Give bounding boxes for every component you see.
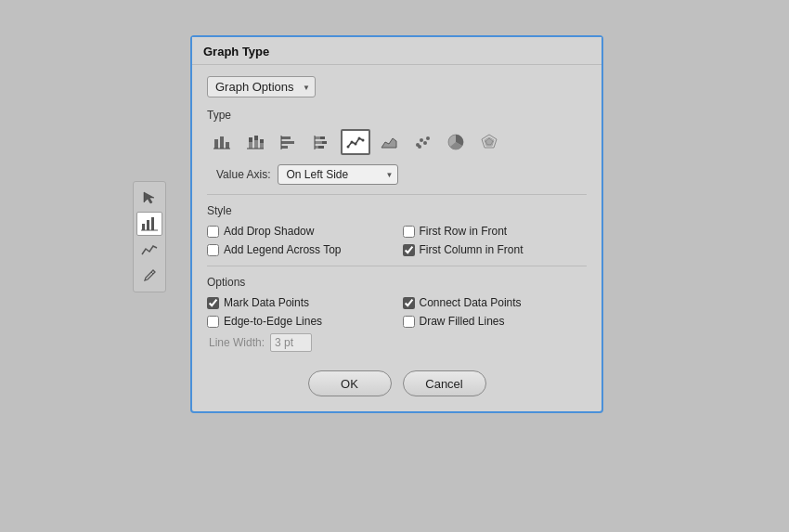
connect-data-points-label: Connect Data Points xyxy=(420,296,522,309)
line-width-row: Line Width: xyxy=(209,333,587,352)
svg-point-31 xyxy=(362,139,365,142)
type-label: Type xyxy=(207,109,587,122)
divider-2 xyxy=(207,266,587,266)
horizontal-bar-chart-icon[interactable] xyxy=(274,129,304,155)
add-legend-across-top-input[interactable] xyxy=(207,244,219,256)
pen-tool[interactable] xyxy=(136,264,162,288)
sidebar-tools xyxy=(133,181,166,292)
svg-rect-24 xyxy=(315,146,318,149)
style-section: Style Add Drop Shadow First Row in Front… xyxy=(207,204,587,256)
draw-filled-lines-label: Draw Filled Lines xyxy=(420,315,505,328)
add-drop-shadow-checkbox[interactable]: Add Drop Shadow xyxy=(207,225,392,238)
connect-data-points-checkbox[interactable]: Connect Data Points xyxy=(403,296,588,309)
svg-point-30 xyxy=(358,137,361,140)
svg-rect-0 xyxy=(142,224,145,230)
stacked-bar-chart-icon[interactable] xyxy=(240,129,270,155)
add-legend-across-top-label: Add Legend Across Top xyxy=(224,243,342,256)
line-chart-tool[interactable] xyxy=(136,238,162,262)
svg-point-28 xyxy=(351,141,354,144)
mark-data-points-checkbox[interactable]: Mark Data Points xyxy=(207,296,392,309)
svg-point-29 xyxy=(355,143,357,146)
first-column-in-front-checkbox[interactable]: First Column in Front xyxy=(403,243,588,256)
radar-chart-icon[interactable] xyxy=(474,129,504,155)
svg-point-36 xyxy=(426,136,430,140)
options-section: Options Mark Data Points Connect Data Po… xyxy=(207,276,587,352)
line-chart-icon[interactable] xyxy=(341,129,370,155)
svg-rect-10 xyxy=(249,137,252,142)
value-axis-row: Value Axis: On Left Side On Right Side O… xyxy=(216,164,587,185)
first-column-in-front-input[interactable] xyxy=(403,244,415,256)
scatter-chart-icon[interactable] xyxy=(407,129,437,155)
first-row-in-front-input[interactable] xyxy=(403,226,415,238)
value-axis-dropdown-wrapper: On Left Side On Right Side On Both Sides xyxy=(278,164,398,185)
svg-point-35 xyxy=(423,141,427,145)
draw-filled-lines-checkbox[interactable]: Draw Filled Lines xyxy=(403,315,588,328)
svg-rect-14 xyxy=(260,139,264,143)
arrow-tool[interactable] xyxy=(136,186,162,210)
type-icons-row xyxy=(207,129,587,155)
mark-data-points-input[interactable] xyxy=(207,297,219,309)
svg-marker-32 xyxy=(382,138,396,148)
first-column-in-front-label: First Column in Front xyxy=(420,243,524,256)
svg-rect-9 xyxy=(249,142,252,149)
svg-line-4 xyxy=(151,272,153,274)
value-axis-label: Value Axis: xyxy=(216,168,270,181)
options-label: Options xyxy=(207,276,587,289)
svg-rect-13 xyxy=(260,143,264,149)
svg-rect-20 xyxy=(315,136,320,139)
style-label: Style xyxy=(207,204,587,217)
svg-rect-23 xyxy=(322,141,327,144)
edge-to-edge-lines-label: Edge-to-Edge Lines xyxy=(224,315,322,328)
svg-point-34 xyxy=(420,138,423,142)
svg-point-37 xyxy=(418,145,421,149)
edge-to-edge-lines-input[interactable] xyxy=(207,316,219,328)
divider-1 xyxy=(207,194,587,195)
svg-rect-5 xyxy=(214,139,218,149)
ok-button[interactable]: OK xyxy=(308,370,392,396)
bar-chart-icon[interactable] xyxy=(207,129,237,155)
cancel-button[interactable]: Cancel xyxy=(403,370,486,396)
svg-rect-16 xyxy=(281,136,291,139)
pie-chart-icon[interactable] xyxy=(441,129,471,155)
stacked-horizontal-bar-chart-icon[interactable] xyxy=(307,129,337,155)
type-section: Type xyxy=(207,109,587,185)
svg-rect-25 xyxy=(318,146,324,149)
dialog-buttons: OK Cancel xyxy=(207,370,587,396)
options-checkboxes: Mark Data Points Connect Data Points Edg… xyxy=(207,296,587,328)
svg-rect-7 xyxy=(226,142,229,149)
mark-data-points-label: Mark Data Points xyxy=(224,296,309,309)
connect-data-points-input[interactable] xyxy=(403,297,415,309)
line-width-label: Line Width: xyxy=(209,336,265,349)
dialog-title: Graph Type xyxy=(192,37,601,65)
svg-rect-12 xyxy=(254,136,258,140)
add-drop-shadow-input[interactable] xyxy=(207,226,219,238)
add-drop-shadow-label: Add Drop Shadow xyxy=(224,225,314,238)
svg-rect-2 xyxy=(151,217,154,230)
area-chart-icon[interactable] xyxy=(374,129,404,155)
graph-type-dialog: Graph Type Graph Options Type xyxy=(190,35,603,413)
edge-to-edge-lines-checkbox[interactable]: Edge-to-Edge Lines xyxy=(207,315,392,328)
first-row-in-front-checkbox[interactable]: First Row in Front xyxy=(403,225,588,238)
svg-rect-21 xyxy=(320,136,325,139)
svg-rect-22 xyxy=(315,141,322,144)
svg-rect-1 xyxy=(147,220,149,230)
svg-rect-18 xyxy=(281,146,288,149)
style-checkboxes: Add Drop Shadow First Row in Front Add L… xyxy=(207,225,587,256)
draw-filled-lines-input[interactable] xyxy=(403,316,415,328)
svg-rect-11 xyxy=(254,140,258,149)
graph-options-dropdown-wrapper: Graph Options xyxy=(207,76,316,97)
line-width-input[interactable] xyxy=(270,333,312,352)
first-row-in-front-label: First Row in Front xyxy=(420,225,508,238)
value-axis-dropdown[interactable]: On Left Side On Right Side On Both Sides xyxy=(278,164,398,185)
graph-options-dropdown[interactable]: Graph Options xyxy=(207,76,316,97)
add-legend-across-top-checkbox[interactable]: Add Legend Across Top xyxy=(207,243,392,256)
svg-point-27 xyxy=(347,146,350,149)
graph-options-row: Graph Options xyxy=(207,76,587,97)
graph-tool[interactable] xyxy=(136,212,162,236)
svg-rect-17 xyxy=(281,141,294,144)
svg-rect-6 xyxy=(220,136,224,149)
